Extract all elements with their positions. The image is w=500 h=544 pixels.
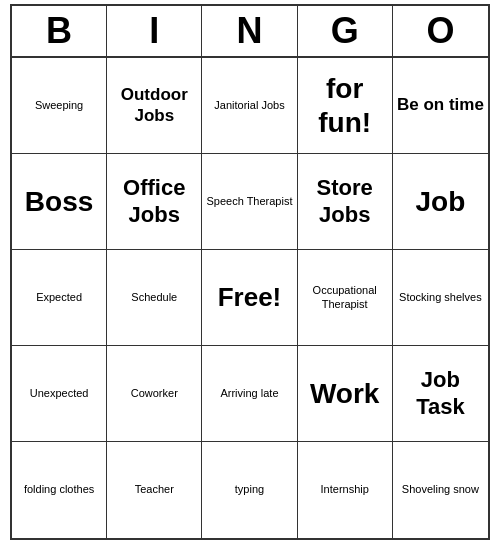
bingo-cell: Janitorial Jobs <box>202 58 297 154</box>
bingo-cell: Be on time <box>393 58 488 154</box>
bingo-cell: Office Jobs <box>107 154 202 250</box>
bingo-cell: typing <box>202 442 297 538</box>
bingo-cell: Store Jobs <box>298 154 393 250</box>
bingo-cell: Expected <box>12 250 107 346</box>
bingo-cell: Unexpected <box>12 346 107 442</box>
bingo-cell: Internship <box>298 442 393 538</box>
bingo-cell: Speech Therapist <box>202 154 297 250</box>
bingo-cell: for fun! <box>298 58 393 154</box>
bingo-header: BINGO <box>12 6 488 58</box>
bingo-card: BINGO SweepingOutdoor JobsJanitorial Job… <box>10 4 490 540</box>
header-letter: I <box>107 6 202 56</box>
bingo-cell: Stocking shelves <box>393 250 488 346</box>
bingo-cell: Boss <box>12 154 107 250</box>
bingo-cell: Teacher <box>107 442 202 538</box>
bingo-cell: folding clothes <box>12 442 107 538</box>
header-letter: B <box>12 6 107 56</box>
bingo-cell: Job <box>393 154 488 250</box>
bingo-cell: Shoveling snow <box>393 442 488 538</box>
bingo-cell: Work <box>298 346 393 442</box>
header-letter: G <box>298 6 393 56</box>
bingo-cell: Arriving late <box>202 346 297 442</box>
bingo-cell: Coworker <box>107 346 202 442</box>
bingo-cell: Schedule <box>107 250 202 346</box>
bingo-cell: Outdoor Jobs <box>107 58 202 154</box>
header-letter: N <box>202 6 297 56</box>
bingo-cell: Occupational Therapist <box>298 250 393 346</box>
bingo-cell: Job Task <box>393 346 488 442</box>
bingo-cell: Free! <box>202 250 297 346</box>
bingo-cell: Sweeping <box>12 58 107 154</box>
bingo-grid: SweepingOutdoor JobsJanitorial Jobsfor f… <box>12 58 488 538</box>
header-letter: O <box>393 6 488 56</box>
